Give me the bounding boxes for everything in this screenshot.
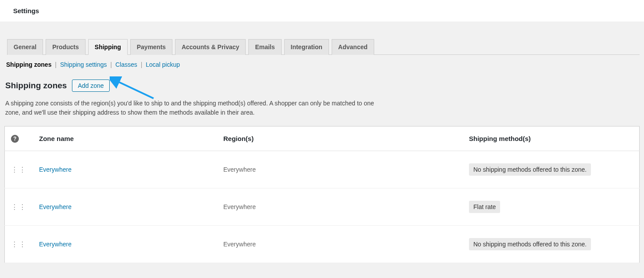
subnav-shipping-settings[interactable]: Shipping settings xyxy=(60,61,107,68)
tab-integration[interactable]: Integration xyxy=(284,39,329,55)
table-header-zone-name: Zone name xyxy=(33,126,217,151)
method-badge: No shipping methods offered to this zone… xyxy=(469,238,591,250)
method-badge: No shipping methods offered to this zone… xyxy=(469,163,591,176)
zone-name-link[interactable]: Everywhere xyxy=(39,203,72,210)
drag-handle-icon[interactable]: ⋮⋮ xyxy=(11,203,27,211)
zone-name-link[interactable]: Everywhere xyxy=(39,166,72,173)
zone-name-link[interactable]: Everywhere xyxy=(39,241,72,248)
table-header-regions: Region(s) xyxy=(217,126,463,151)
page-header: Settings xyxy=(0,0,644,22)
zone-region: Everywhere xyxy=(217,188,463,226)
add-zone-button[interactable]: Add zone xyxy=(72,79,109,92)
page-title: Settings xyxy=(13,7,631,14)
description-text: A shipping zone consists of the region(s… xyxy=(4,95,390,126)
drag-handle-icon[interactable]: ⋮⋮ xyxy=(11,166,27,173)
table-header-help: ? xyxy=(5,126,33,151)
table-row: ⋮⋮ Everywhere Everywhere No shipping met… xyxy=(5,151,640,188)
heading-row: Shipping zones Add zone xyxy=(4,74,640,95)
shipping-subnav: Shipping zones | Shipping settings | Cla… xyxy=(4,55,640,74)
tab-general[interactable]: General xyxy=(7,39,43,55)
tab-payments[interactable]: Payments xyxy=(130,39,172,55)
table-row: ⋮⋮ Everywhere Everywhere No shipping met… xyxy=(5,226,640,263)
subnav-local-pickup[interactable]: Local pickup xyxy=(146,61,180,68)
shipping-zones-table: ? Zone name Region(s) Shipping method(s)… xyxy=(4,126,640,263)
heading: Shipping zones xyxy=(5,81,67,90)
tab-shipping[interactable]: Shipping xyxy=(88,39,128,55)
subnav-shipping-zones[interactable]: Shipping zones xyxy=(6,61,51,68)
help-icon[interactable]: ? xyxy=(11,135,19,143)
drag-handle-icon[interactable]: ⋮⋮ xyxy=(11,241,27,248)
table-row: ⋮⋮ Everywhere Everywhere Flat rate xyxy=(5,188,640,226)
tab-accounts-privacy[interactable]: Accounts & Privacy xyxy=(175,39,246,55)
table-header-methods: Shipping method(s) xyxy=(463,126,640,151)
tab-emails[interactable]: Emails xyxy=(248,39,281,55)
zone-region: Everywhere xyxy=(217,226,463,263)
tab-advanced[interactable]: Advanced xyxy=(332,39,374,55)
tab-products[interactable]: Products xyxy=(46,39,86,55)
settings-tabs: General Products Shipping Payments Accou… xyxy=(7,39,640,55)
method-badge: Flat rate xyxy=(469,201,500,213)
subnav-classes[interactable]: Classes xyxy=(115,61,137,68)
zone-region: Everywhere xyxy=(217,151,463,188)
